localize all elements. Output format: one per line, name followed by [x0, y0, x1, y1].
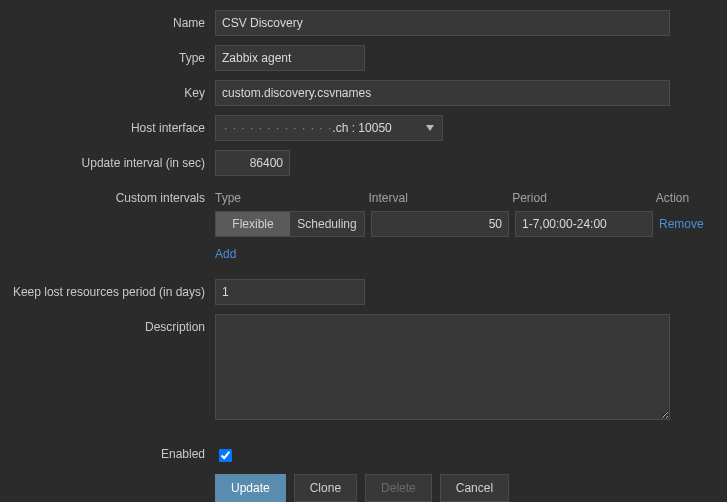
row-host-interface: Host interface · · · · · · · · · · · · ·… — [0, 115, 707, 141]
label-keep-lost: Keep lost resources period (in days) — [0, 279, 215, 299]
label-host-interface: Host interface — [0, 115, 215, 135]
row-buttons: Update Clone Delete Cancel — [0, 474, 707, 502]
label-description: Description — [0, 314, 215, 334]
name-input[interactable] — [215, 10, 670, 36]
host-interface-suffix: .ch : 10050 — [332, 121, 391, 135]
keep-lost-input[interactable] — [215, 279, 365, 305]
seg-scheduling[interactable]: Scheduling — [290, 212, 364, 236]
delete-button: Delete — [365, 474, 432, 502]
interval-value-input[interactable] — [371, 211, 509, 237]
label-name: Name — [0, 10, 215, 30]
chevron-down-icon — [426, 125, 434, 131]
seg-flexible[interactable]: Flexible — [216, 212, 290, 236]
custom-intervals-table: Type Interval Period Action Flexible Sch… — [215, 185, 705, 261]
row-keep-lost: Keep lost resources period (in days) — [0, 279, 707, 305]
type-select[interactable] — [215, 45, 365, 71]
row-description: Description — [0, 314, 707, 423]
host-interface-obscured: · · · · · · · · · · · · · — [224, 121, 332, 135]
label-update-interval: Update interval (in sec) — [0, 150, 215, 170]
update-interval-input[interactable] — [215, 150, 290, 176]
table-row: Flexible Scheduling Remove — [215, 211, 705, 237]
row-key: Key — [0, 80, 707, 106]
th-period: Period — [512, 191, 650, 205]
button-bar: Update Clone Delete Cancel — [215, 474, 707, 502]
row-type: Type — [0, 45, 707, 71]
th-type: Type — [215, 191, 363, 205]
host-interface-select[interactable]: · · · · · · · · · · · · ·.ch : 10050 — [215, 115, 443, 141]
clone-button[interactable]: Clone — [294, 474, 357, 502]
label-custom-intervals: Custom intervals — [0, 185, 215, 205]
enabled-checkbox[interactable] — [219, 449, 232, 462]
th-action: Action — [656, 191, 705, 205]
row-enabled: Enabled — [0, 441, 707, 465]
row-update-interval: Update interval (in sec) — [0, 150, 707, 176]
interval-remove-link[interactable]: Remove — [659, 217, 704, 231]
host-interface-value: · · · · · · · · · · · · ·.ch : 10050 — [224, 121, 392, 135]
table-header: Type Interval Period Action — [215, 185, 705, 211]
description-textarea[interactable] — [215, 314, 670, 420]
cancel-button[interactable]: Cancel — [440, 474, 509, 502]
th-interval: Interval — [369, 191, 507, 205]
interval-add-link[interactable]: Add — [215, 247, 236, 261]
key-input[interactable] — [215, 80, 670, 106]
discovery-form: Name Type Key Host interface · · · · · ·… — [0, 0, 727, 502]
label-type: Type — [0, 45, 215, 65]
row-custom-intervals: Custom intervals Type Interval Period Ac… — [0, 185, 707, 261]
interval-type-segmented: Flexible Scheduling — [215, 211, 365, 237]
update-button[interactable]: Update — [215, 474, 286, 502]
row-name: Name — [0, 10, 707, 36]
label-enabled: Enabled — [0, 441, 215, 461]
label-key: Key — [0, 80, 215, 100]
interval-period-input[interactable] — [515, 211, 653, 237]
